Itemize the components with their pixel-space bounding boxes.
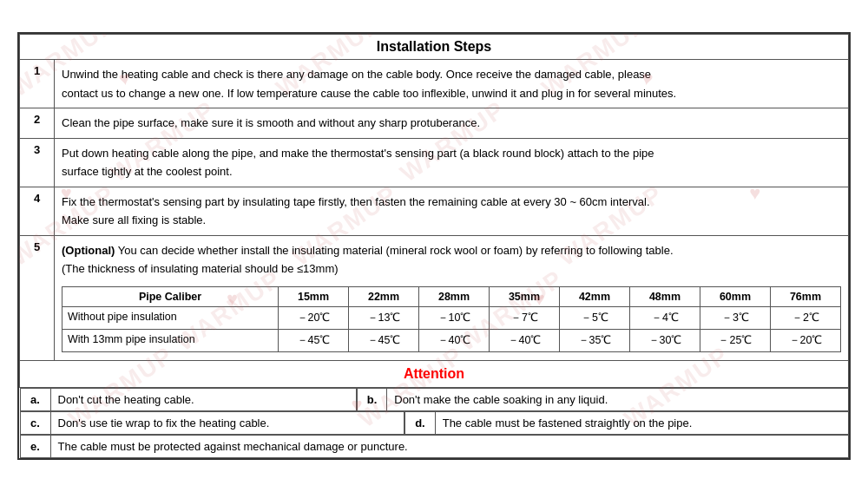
note-b-text: Don't make the cable soaking in any liqu… [387, 388, 848, 410]
notes-ab-table: a. Don't cut the heating cable. b. Don't… [20, 388, 849, 411]
pipe-no-ins-15: －20℃ [279, 306, 349, 329]
step-5-optional-label: (Optional) [62, 244, 115, 257]
step-2-content: Clean the pipe surface, make sure it is … [55, 108, 849, 139]
pipe-no-ins-48: －4℃ [629, 306, 700, 329]
note-d-text: The cable must be fastened straightly on… [435, 411, 848, 434]
step-3-line-2: surface tightly at the coolest point. [62, 163, 841, 180]
pipe-table-col-22mm: 22mm [349, 286, 419, 306]
step-5-line-1: (Optional) You can decide whether instal… [62, 242, 841, 259]
step-4-row: 4 Fix the thermostat's sensing part by i… [20, 187, 849, 235]
pipe-no-ins-60: －3℃ [700, 306, 770, 329]
pipe-table-col-35mm: 35mm [490, 286, 560, 306]
pipe-13mm-ins-48: －30℃ [629, 329, 700, 351]
step-1-num: 1 [20, 60, 55, 108]
pipe-13mm-ins-42: －35℃ [559, 329, 629, 351]
step-3-content: Put down heating cable along the pipe, a… [55, 138, 849, 187]
step-1-row: 1 Unwind the heating cable and check is … [20, 60, 849, 108]
step-3-line-1: Put down heating cable along the pipe, a… [62, 145, 841, 162]
attention-row: Attention [20, 360, 849, 387]
notes-ab-row: a. Don't cut the heating cable. b. Don't… [20, 388, 848, 410]
pipe-table-header-row: Pipe Caliber 15mm 22mm 28mm 35mm 42mm 48… [62, 286, 841, 306]
step-1-content: Unwind the heating cable and check is th… [55, 60, 849, 108]
pipe-13mm-ins-60: －25℃ [700, 329, 770, 351]
step-2-line-1: Clean the pipe surface, make sure it is … [62, 115, 841, 132]
pipe-13mm-ins-22: －45℃ [349, 329, 419, 351]
attention-label: Attention [20, 360, 849, 387]
note-b-label: b. [357, 388, 387, 410]
notes-e-table: e. The cable must be protected against m… [20, 435, 849, 458]
pipe-no-ins-28: －10℃ [419, 306, 490, 329]
pipe-table-col-76mm: 76mm [770, 286, 840, 306]
step-5-line-2: (The thickness of insulating material sh… [62, 260, 841, 278]
pipe-table-col-pipe-caliber: Pipe Caliber [62, 286, 279, 306]
pipe-table-row-13mm-insulation: With 13mm pipe insulation －45℃ －45℃ －40℃… [62, 329, 841, 351]
pipe-table-col-60mm: 60mm [700, 286, 770, 306]
notes-row-2: c. Don's use tie wrap to fix the heating… [20, 411, 849, 435]
step-5-row: 5 (Optional) You can decide whether inst… [20, 235, 849, 360]
step-3-row: 3 Put down heating cable along the pipe,… [20, 138, 849, 187]
pipe-table-col-42mm: 42mm [559, 286, 629, 306]
pipe-13mm-ins-28: －40℃ [419, 329, 490, 351]
notes-row-3: e. The cable must be protected against m… [20, 435, 849, 458]
pipe-no-ins-76: －2℃ [770, 306, 840, 329]
step-3-num: 3 [20, 138, 55, 187]
step-5-content: (Optional) You can decide whether instal… [55, 235, 849, 360]
step-4-line-2: Make sure all fixing is stable. [62, 212, 841, 229]
pipe-13mm-insulation-label: With 13mm pipe insulation [62, 329, 279, 351]
step-5-line-1-rest: You can decide whether install the insul… [118, 244, 674, 257]
note-a-label: a. [20, 388, 50, 410]
step-1-line-1: Unwind the heating cable and check is th… [62, 66, 841, 83]
pipe-no-insulation-label: Without pipe insulation [62, 306, 279, 329]
main-table: Installation Steps 1 Unwind the heating … [19, 34, 849, 458]
page-title: Installation Steps [20, 35, 849, 60]
step-2-row: 2 Clean the pipe surface, make sure it i… [20, 108, 849, 139]
note-a-text: Don't cut the heating cable. [50, 388, 357, 410]
pipe-13mm-ins-15: －45℃ [279, 329, 349, 351]
step-5-num: 5 [20, 235, 55, 360]
title-row: Installation Steps [20, 35, 849, 60]
page-wrapper: WARMUP WARMUP WARMUP WARMUP WARMUP WARMU… [17, 32, 851, 460]
step-4-content: Fix the thermostat's sensing part by ins… [55, 187, 849, 235]
pipe-13mm-ins-76: －20℃ [770, 329, 840, 351]
pipe-13mm-ins-35: －40℃ [490, 329, 560, 351]
note-e-label: e. [20, 435, 50, 457]
notes-cd-table: c. Don's use tie wrap to fix the heating… [20, 411, 849, 435]
note-c-text: Don's use tie wrap to fix the heating ca… [50, 411, 404, 434]
note-e-text: The cable must be protected against mech… [50, 435, 848, 457]
pipe-table-col-28mm: 28mm [419, 286, 490, 306]
notes-cd-row: c. Don's use tie wrap to fix the heating… [20, 411, 848, 434]
note-d-label: d. [404, 411, 435, 434]
step-1-line-2: contact us to change a new one. If low t… [62, 85, 841, 102]
pipe-table-row-no-insulation: Without pipe insulation －20℃ －13℃ －10℃ －… [62, 306, 841, 329]
pipe-table-col-48mm: 48mm [629, 286, 700, 306]
notes-row-1: a. Don't cut the heating cable. b. Don't… [20, 387, 849, 411]
step-4-line-1: Fix the thermostat's sensing part by ins… [62, 194, 841, 211]
pipe-table-col-15mm: 15mm [279, 286, 349, 306]
pipe-caliber-table: Pipe Caliber 15mm 22mm 28mm 35mm 42mm 48… [62, 286, 841, 352]
pipe-no-ins-22: －13℃ [349, 306, 419, 329]
pipe-no-ins-35: －7℃ [490, 306, 560, 329]
note-c-label: c. [20, 411, 50, 434]
step-4-num: 4 [20, 187, 55, 235]
pipe-table-wrapper: Pipe Caliber 15mm 22mm 28mm 35mm 42mm 48… [62, 279, 841, 356]
notes-e-row: e. The cable must be protected against m… [20, 435, 848, 457]
pipe-no-ins-42: －5℃ [559, 306, 629, 329]
step-2-num: 2 [20, 108, 55, 139]
